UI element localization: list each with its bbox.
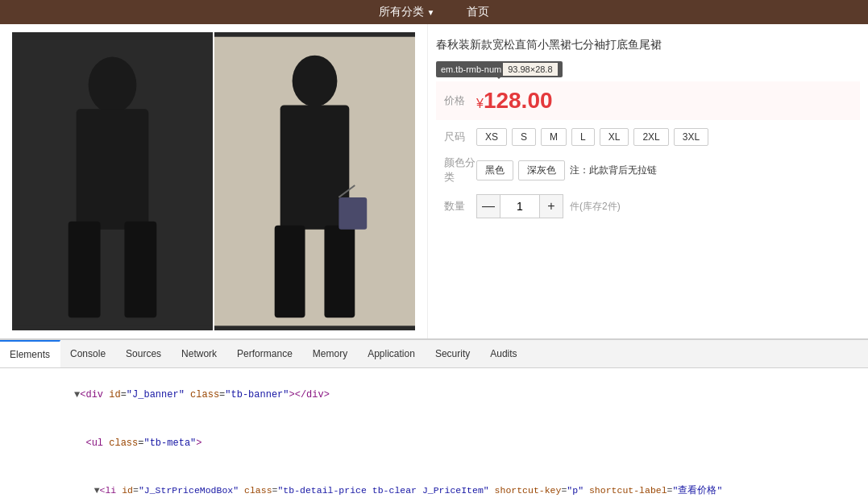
devtools-tab-application[interactable]: Application	[358, 340, 426, 367]
color-options: 黑色 深灰色 注：此款背后无拉链	[476, 160, 657, 180]
qty-input[interactable]	[500, 195, 540, 218]
nav-categories[interactable]: 所有分类 ▼	[379, 5, 435, 19]
size-label: 尺码	[436, 130, 476, 144]
devtools-tabs: ElementsConsoleSourcesNetworkPerformance…	[0, 340, 868, 368]
price-row: 价格 ¥128.00	[436, 81, 860, 120]
size-options: XSSMLXL2XL3XL	[476, 128, 708, 146]
price-label: 价格	[436, 93, 476, 108]
color-note: 注：此款背后无拉链	[570, 164, 657, 177]
color-label: 颜色分类	[436, 156, 476, 185]
svg-rect-2	[77, 109, 149, 229]
tooltip-class: em.tb-rmb-num 93.98×28.8	[436, 61, 563, 77]
qty-note: 件(库存2件)	[570, 200, 621, 214]
svg-rect-4	[124, 222, 156, 318]
size-btn-xl[interactable]: XL	[600, 128, 629, 146]
price-amount: 128.00	[484, 88, 553, 113]
size-btn-2xl[interactable]: 2XL	[633, 128, 668, 146]
size-btn-xs[interactable]: XS	[476, 128, 507, 146]
devtools-tab-performance[interactable]: Performance	[227, 340, 303, 367]
devtools-content: ▼<div id="J_banner" class="tb-banner"></…	[0, 368, 868, 502]
devtools-tab-audits[interactable]: Audits	[480, 340, 527, 367]
qty-plus-button[interactable]: +	[540, 195, 563, 218]
color-btn-darkgray[interactable]: 深灰色	[518, 160, 565, 180]
categories-label: 所有分类	[379, 5, 424, 19]
svg-rect-8	[275, 226, 305, 318]
size-row: 尺码 XSSMLXL2XL3XL	[436, 128, 860, 146]
quantity-control: — +	[476, 194, 563, 218]
code-line: ▼<li id="J_StrPriceModBox" class="tb-det…	[0, 467, 868, 502]
size-btn-l[interactable]: L	[571, 128, 595, 146]
devtools-tab-sources[interactable]: Sources	[116, 340, 172, 367]
devtools-panel: ElementsConsoleSourcesNetworkPerformance…	[0, 338, 868, 502]
size-btn-3xl[interactable]: 3XL	[674, 128, 708, 146]
product-image-left	[12, 32, 213, 330]
tooltip-container: em.tb-rmb-num 93.98×28.8	[436, 61, 563, 77]
product-area: 春秋装新款宽松直筒小黑裙七分袖打底鱼尾裙 em.tb-rmb-num 93.98…	[0, 24, 868, 338]
devtools-tab-memory[interactable]: Memory	[303, 340, 358, 367]
top-navigation: 所有分类 ▼ 首页	[0, 0, 868, 24]
color-row: 颜色分类 黑色 深灰色 注：此款背后无拉链	[436, 156, 860, 185]
code-line: <ul class="tb-meta">	[0, 420, 868, 468]
devtools-tab-security[interactable]: Security	[426, 340, 480, 367]
tooltip-dimensions: 93.98×28.8	[503, 63, 557, 76]
tooltip-class-name: em.tb-rmb-num	[441, 64, 501, 74]
color-btn-black[interactable]: 黑色	[476, 160, 513, 180]
product-image-right	[214, 32, 415, 330]
devtools-tab-elements[interactable]: Elements	[0, 340, 60, 367]
size-btn-s[interactable]: S	[512, 128, 536, 146]
qty-minus-button[interactable]: —	[477, 195, 500, 218]
svg-point-6	[293, 56, 338, 107]
svg-rect-3	[69, 222, 101, 318]
qty-label: 数量	[436, 199, 476, 214]
svg-rect-10	[338, 197, 367, 230]
product-details: 春秋装新款宽松直筒小黑裙七分袖打底鱼尾裙 em.tb-rmb-num 93.98…	[427, 24, 868, 338]
categories-arrow: ▼	[427, 8, 435, 17]
product-title: 春秋装新款宽松直筒小黑裙七分袖打底鱼尾裙	[436, 36, 860, 53]
product-images	[0, 24, 427, 338]
price-yen-symbol: ¥	[476, 97, 484, 110]
svg-rect-9	[324, 226, 355, 318]
quantity-row: 数量 — + 件(库存2件)	[436, 194, 860, 218]
devtools-tab-console[interactable]: Console	[60, 340, 116, 367]
code-line: ▼<div id="J_banner" class="tb-banner"></…	[0, 371, 868, 420]
size-btn-m[interactable]: M	[541, 128, 567, 146]
price-value: ¥128.00	[476, 88, 553, 114]
home-label: 首页	[467, 5, 489, 19]
svg-point-1	[89, 57, 137, 114]
devtools-tab-network[interactable]: Network	[172, 340, 227, 367]
nav-home[interactable]: 首页	[467, 5, 489, 19]
